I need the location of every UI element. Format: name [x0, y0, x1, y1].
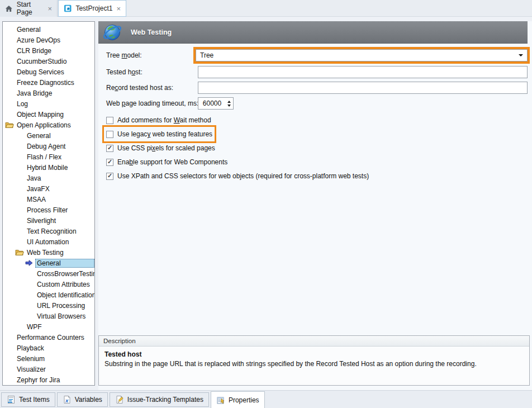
sidebar-item-label: Debug Agent	[25, 142, 94, 151]
checkbox-row[interactable]: Add comments for Wait method	[106, 115, 211, 125]
tab-label: Start Page	[17, 1, 44, 16]
spin-up-icon[interactable]	[227, 101, 231, 103]
tab-variables[interactable]: x Variables	[57, 392, 108, 407]
sidebar-item[interactable]: Java	[3, 173, 94, 183]
sidebar-item[interactable]: Object Identification	[3, 290, 94, 300]
chevron-down-icon	[519, 54, 523, 56]
checkbox-label: Use XPath and CSS selectors for web obje…	[117, 172, 369, 180]
sidebar-item[interactable]: Debug Agent	[3, 141, 94, 151]
sidebar-item-label: General	[35, 259, 94, 268]
tab-label: Properties	[229, 396, 259, 404]
sidebar-item-label: Web Testing	[25, 248, 94, 257]
options-panel: Web Testing Tree model: Tested host: Rec…	[98, 21, 532, 390]
sidebar-item[interactable]: Azure DevOps	[3, 35, 94, 45]
sidebar-item-label: Text Recognition	[25, 227, 94, 236]
sidebar-item[interactable]: Freeze Diagnostics	[3, 77, 94, 88]
spinner-arrows[interactable]	[226, 101, 233, 107]
tab-start-page[interactable]: Start Page ×	[0, 0, 58, 17]
sidebar-item-icon-slot	[5, 121, 15, 129]
description-term: Tested host	[104, 350, 524, 358]
checkbox-row[interactable]: Enable support for Web Components	[106, 157, 227, 167]
sidebar-item-label: Open Applications	[15, 121, 94, 130]
description-panel: Description Tested host Substring in the…	[98, 335, 530, 386]
sidebar-item-label: Virtual Browsers	[35, 312, 94, 321]
checkbox-row[interactable]: Use legacy web testing features	[106, 129, 212, 139]
tree-model-label: Tree model:	[106, 49, 142, 61]
sidebar-item-label: WPF	[25, 322, 94, 331]
sidebar-item[interactable]: Java Bridge	[3, 88, 94, 98]
tree-model-callout: Tree	[193, 47, 530, 64]
close-icon[interactable]: ×	[48, 5, 52, 12]
sidebar-item[interactable]: Selenium	[3, 353, 94, 364]
sidebar-item[interactable]: Visualizer	[3, 364, 94, 374]
sidebar-item[interactable]: Log	[3, 98, 94, 109]
sidebar-item[interactable]: Custom Attributes	[3, 279, 94, 290]
tab-label: TestProject1	[75, 4, 112, 12]
sidebar-item[interactable]: General	[3, 258, 94, 268]
page-title: Web Testing	[131, 21, 172, 44]
sidebar-item[interactable]: MSAA	[3, 194, 94, 205]
app-window: Start Page × TestProject1 ×	[0, 0, 532, 408]
checkbox-row[interactable]: Use XPath and CSS selectors for web obje…	[106, 171, 369, 181]
sidebar-item[interactable]: Hybrid Mobile	[3, 162, 94, 173]
sidebar-item[interactable]: General	[3, 24, 94, 35]
description-body: Tested host Substring in the page URL th…	[99, 347, 529, 372]
checkbox[interactable]	[106, 159, 113, 166]
sidebar-item-label: Object Mapping	[15, 110, 94, 119]
timeout-spinner[interactable]: 60000	[198, 97, 234, 110]
sidebar-item[interactable]: WPF	[3, 321, 94, 332]
sidebar-item[interactable]: URL Processing	[3, 300, 94, 311]
tab-testproject1[interactable]: TestProject1 ×	[58, 0, 126, 17]
sidebar-item[interactable]: CucumberStudio	[3, 56, 94, 67]
sidebar-item-label: MSAA	[25, 195, 94, 204]
sidebar-item[interactable]: Object Mapping	[3, 109, 94, 120]
sidebar-item[interactable]: Debug Services	[3, 67, 94, 77]
sidebar-item-label: Custom Attributes	[35, 280, 94, 289]
tab-issue-tracking-templates[interactable]: Issue-Tracking Templates	[110, 392, 209, 407]
sidebar-item-label: Performance Counters	[15, 333, 94, 342]
checkbox[interactable]	[106, 131, 113, 138]
sidebar-item[interactable]: Process Filter	[3, 205, 94, 215]
sidebar-item[interactable]: Silverlight	[3, 215, 94, 226]
tested-host-input[interactable]	[198, 66, 528, 78]
tab-label: Test Items	[19, 396, 50, 404]
combo-value: Tree	[200, 51, 213, 59]
checkbox[interactable]	[106, 173, 113, 180]
sidebar-item[interactable]: Virtual Browsers	[3, 311, 94, 321]
sidebar-item[interactable]: Zephyr for Jira	[3, 374, 94, 385]
sidebar-item-label: Hybrid Mobile	[25, 163, 94, 172]
sidebar-item[interactable]: Text Recognition	[3, 226, 94, 236]
sidebar-item-label: Java	[25, 174, 94, 183]
record-tested-host-label: Record tested host as:	[106, 82, 173, 94]
section-header: Web Testing	[98, 21, 528, 44]
tab-test-items[interactable]: Test Items	[1, 392, 55, 407]
checkbox-row[interactable]: Use CSS pixels for scaled pages	[106, 143, 215, 153]
sidebar-item[interactable]: Web Testing	[3, 247, 94, 258]
sidebar-item-label: Process Filter	[25, 206, 94, 215]
checkbox-label: Add comments for Wait method	[117, 116, 211, 124]
sidebar-item-label: General	[15, 25, 94, 34]
checkbox[interactable]	[106, 145, 113, 152]
sidebar-item[interactable]: CrossBrowserTesting	[3, 268, 94, 279]
sidebar-item[interactable]: JavaFX	[3, 183, 94, 194]
sidebar-item[interactable]: General	[3, 130, 94, 141]
sidebar-item[interactable]: Flash / Flex	[3, 151, 94, 162]
tab-properties[interactable]: Properties	[211, 391, 265, 408]
document-tab-strip: Start Page × TestProject1 ×	[0, 0, 532, 17]
web-testing-globe-icon	[102, 22, 123, 43]
close-icon[interactable]: ×	[116, 5, 121, 12]
sidebar-item[interactable]: UI Automation	[3, 236, 94, 247]
folder-open-icon	[5, 121, 14, 129]
sidebar-item[interactable]: Playback	[3, 343, 94, 353]
tab-label: Variables	[75, 396, 102, 404]
issue-tracking-templates-icon	[115, 395, 124, 404]
checkbox[interactable]	[106, 117, 113, 124]
tree-model-combobox[interactable]: Tree	[196, 49, 528, 61]
sidebar-item[interactable]: Performance Counters	[3, 332, 94, 343]
record-tested-host-input[interactable]	[198, 82, 528, 94]
sidebar-item-label: Playback	[15, 344, 94, 353]
sidebar-item[interactable]: Open Applications	[3, 120, 94, 130]
svg-text:x: x	[65, 397, 69, 404]
sidebar-item[interactable]: CLR Bridge	[3, 45, 94, 56]
spin-down-icon[interactable]	[227, 105, 231, 107]
